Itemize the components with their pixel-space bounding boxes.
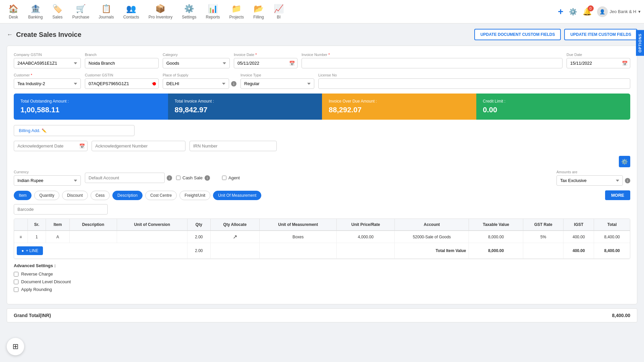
billing-edit-icon[interactable]: ✏️ bbox=[42, 128, 47, 133]
ack-date-calendar-icon[interactable]: 📅 bbox=[79, 143, 85, 149]
nav-item-banking[interactable]: 🏦 Banking bbox=[23, 1, 47, 22]
due-date-group: Due Date 📅 bbox=[567, 53, 630, 68]
branch-label: Branch bbox=[85, 53, 159, 57]
amounts-are-info-icon[interactable]: i bbox=[625, 178, 630, 183]
tab-cess[interactable]: Cess bbox=[91, 191, 110, 200]
cash-sale-label: Cash Sale bbox=[182, 175, 203, 180]
company-gstin-select[interactable]: 24AABCA5951E1Z1 bbox=[14, 58, 81, 68]
license-no-input[interactable] bbox=[318, 78, 630, 89]
user-avatar: 👤 bbox=[597, 6, 608, 17]
customer-gstin-select[interactable]: 07AQEPS7965G1Z1 bbox=[85, 78, 159, 89]
nav-item-contacts[interactable]: 👥 Contacts bbox=[118, 1, 144, 22]
tab-freight-unit[interactable]: Freight/Unit bbox=[179, 191, 210, 200]
grand-total-bar: Grand Total(INR) 8,400.00 bbox=[7, 308, 637, 322]
more-button[interactable]: MORE bbox=[605, 190, 630, 200]
tab-discount[interactable]: Discount bbox=[62, 191, 88, 200]
back-button[interactable]: ← bbox=[7, 31, 13, 38]
totals-taxable: 8,000.00 bbox=[469, 243, 523, 259]
tab-item[interactable]: Item bbox=[14, 191, 32, 200]
nav-item-purchase[interactable]: 🛒 Purchase bbox=[67, 1, 94, 22]
user-name: Jeo Bank & H bbox=[610, 9, 637, 14]
due-date-input[interactable] bbox=[567, 58, 630, 68]
irn-number-input[interactable] bbox=[190, 141, 277, 151]
row-qty-allocate[interactable]: ↗ bbox=[210, 231, 260, 243]
nav-item-proinventory[interactable]: 📦 Pro Inventory bbox=[144, 1, 177, 22]
nav-item-projects[interactable]: 📁 Projects bbox=[225, 1, 249, 22]
billing-add-link[interactable]: Billing Add. bbox=[19, 128, 40, 133]
document-level-discount-checkbox[interactable] bbox=[14, 280, 18, 284]
update-doc-custom-fields-button[interactable]: UPDATE DOCUMENT CUSTOM FIELDS bbox=[474, 29, 561, 40]
cash-sale-checkbox[interactable] bbox=[176, 176, 180, 180]
grand-total-value: 8,400.00 bbox=[612, 313, 631, 318]
customer-select[interactable]: Tea Industry-2 bbox=[14, 78, 81, 89]
category-label: Category bbox=[163, 53, 230, 57]
row-sr: 1 bbox=[28, 231, 46, 243]
row-item[interactable]: A bbox=[46, 231, 70, 243]
nav-item-filling[interactable]: 📂 Filling bbox=[249, 1, 269, 22]
nav-item-desk[interactable]: 🏠 Desk bbox=[3, 1, 23, 22]
row-description[interactable] bbox=[69, 231, 117, 243]
journals-icon: 📋 bbox=[101, 4, 111, 13]
nav-item-bi[interactable]: 📈 BI bbox=[269, 1, 289, 22]
ack-number-input[interactable] bbox=[92, 141, 185, 151]
tab-description[interactable]: Description bbox=[112, 191, 143, 200]
currency-select[interactable]: Indian Rupee bbox=[14, 175, 81, 186]
category-select[interactable]: Goods bbox=[163, 58, 230, 68]
default-account-input[interactable] bbox=[85, 173, 165, 183]
items-table: Sr. Item Description Unit of Conversion … bbox=[14, 219, 630, 259]
row-unit-price[interactable]: 4,000.00 bbox=[337, 231, 395, 243]
row-unit-conversion[interactable] bbox=[117, 231, 187, 243]
agent-checkbox[interactable] bbox=[222, 176, 226, 180]
row-total[interactable]: 8,400.00 bbox=[594, 231, 630, 243]
barcode-input[interactable] bbox=[14, 204, 108, 215]
row-account[interactable]: 52000-Sale of Goods bbox=[395, 231, 469, 243]
settings-icon: ⚙️ bbox=[184, 4, 194, 13]
cash-sale-group: Cash Sale i bbox=[176, 175, 210, 181]
gear-button[interactable]: ⚙️ bbox=[569, 8, 577, 16]
nav-item-sales[interactable]: 🏷️ Sales bbox=[47, 1, 67, 22]
place-of-supply-select[interactable]: DELHI bbox=[163, 78, 229, 89]
add-button[interactable]: + bbox=[558, 6, 563, 17]
nav-item-reports[interactable]: 📊 Reports bbox=[201, 1, 225, 22]
invoice-date-input[interactable] bbox=[234, 58, 298, 68]
invoice-type-select[interactable]: Regular bbox=[240, 78, 314, 89]
settings-gear-button[interactable]: ⚙️ bbox=[619, 156, 630, 167]
place-of-supply-info-icon[interactable]: i bbox=[231, 81, 236, 86]
form-card: Company GSTIN 24AABCA5951E1Z1 Branch Cat… bbox=[7, 46, 637, 304]
col-total: Total bbox=[594, 219, 630, 231]
row-igst[interactable]: 400.00 bbox=[564, 231, 594, 243]
nav-label-proinventory: Pro Inventory bbox=[149, 15, 172, 19]
ack-date-group: 📅 bbox=[14, 141, 88, 151]
add-line-button[interactable]: ● + LINE bbox=[17, 246, 43, 255]
form-row-2: Customer * Tea Industry-2 Customer GSTIN… bbox=[14, 73, 630, 89]
row-taxable-value[interactable]: 8,000.00 bbox=[469, 231, 523, 243]
apply-rounding-checkbox[interactable] bbox=[14, 287, 18, 292]
row-qty[interactable]: 2.00 bbox=[187, 231, 210, 243]
branch-input[interactable] bbox=[85, 58, 159, 68]
tab-quantity[interactable]: Quantity bbox=[34, 191, 59, 200]
nav-item-settings[interactable]: ⚙️ Settings bbox=[177, 1, 201, 22]
tab-unit-measurement[interactable]: Unit Of Measurement bbox=[213, 191, 261, 200]
options-sidebar-button[interactable]: OPTIONS bbox=[636, 30, 644, 56]
acknowledgement-row: 📅 bbox=[14, 141, 630, 151]
bottom-widget-button[interactable]: ⊞ bbox=[7, 338, 24, 355]
cash-sale-info-icon[interactable]: i bbox=[205, 175, 210, 181]
row-gst-rate[interactable]: 5% bbox=[523, 231, 564, 243]
update-item-custom-fields-button[interactable]: UPDATE ITEM CUSTOM FIELDS bbox=[564, 29, 637, 40]
options-notif-wrapper: 🔔 0 bbox=[583, 7, 592, 16]
tab-cost-centre[interactable]: Cost Centre bbox=[145, 191, 177, 200]
row-drag-handle[interactable]: ≡ bbox=[14, 231, 28, 243]
default-account-info-icon[interactable]: i bbox=[167, 175, 172, 181]
reverse-charge-checkbox[interactable] bbox=[14, 272, 18, 277]
due-date-calendar-icon[interactable]: 📅 bbox=[622, 61, 628, 66]
nav-item-journals[interactable]: 📋 Journals bbox=[94, 1, 118, 22]
user-menu[interactable]: 👤 Jeo Bank & H ▾ bbox=[597, 6, 641, 17]
qty-allocate-icon[interactable]: ↗ bbox=[233, 234, 237, 240]
row-unit-measurement[interactable]: Boxes bbox=[260, 231, 337, 243]
invoice-number-input[interactable] bbox=[302, 58, 562, 68]
amounts-are-select[interactable]: Tax Exclusive bbox=[556, 175, 623, 186]
summary-row: Total Outstanding Amount : 1,00,588.11 T… bbox=[14, 94, 630, 120]
ack-date-input[interactable] bbox=[14, 141, 88, 151]
navbar: 🏠 Desk 🏦 Banking 🏷️ Sales 🛒 Purchase 📋 J… bbox=[0, 0, 644, 23]
calendar-icon[interactable]: 📅 bbox=[289, 61, 295, 66]
